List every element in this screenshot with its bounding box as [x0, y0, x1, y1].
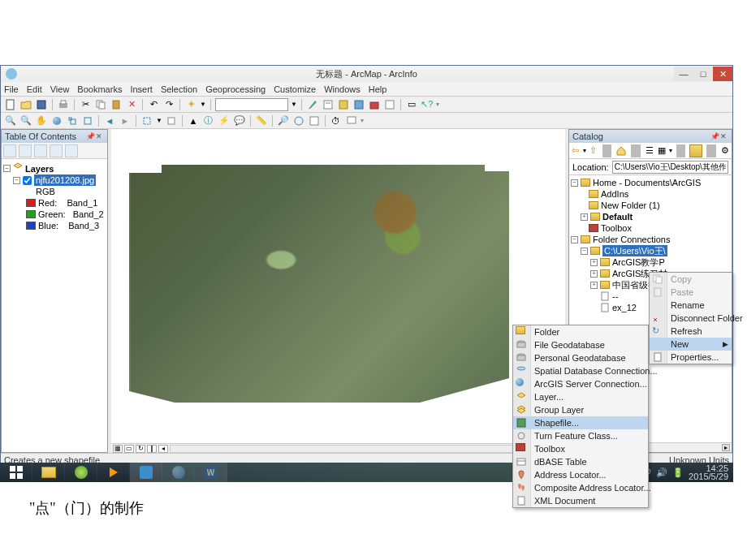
collapse-icon[interactable]: − — [571, 179, 578, 187]
tree-item[interactable]: ArcGIS教学P — [612, 256, 665, 268]
pause-draw-icon[interactable]: ‖ — [147, 445, 157, 453]
toc-icon[interactable] — [322, 98, 335, 111]
menu-windows[interactable]: Windows — [324, 84, 361, 94]
copy-icon[interactable] — [94, 98, 107, 111]
layers-node[interactable]: Layers — [25, 163, 54, 174]
expand-icon[interactable]: + — [590, 270, 598, 278]
menu-view[interactable]: View — [50, 84, 70, 94]
selected-folder-node[interactable]: C:\Users\Vio王\ — [602, 245, 667, 256]
back-icon[interactable]: ⇦ — [571, 144, 581, 157]
menu-item-xml[interactable]: XML Document — [513, 494, 648, 507]
menu-insert[interactable]: Insert — [130, 84, 153, 94]
time-slider-icon[interactable]: ⏱ — [330, 114, 343, 127]
menu-selection[interactable]: Selection — [161, 84, 197, 94]
add-data-icon[interactable]: ✦ — [184, 98, 197, 111]
fixed-zoomin-icon[interactable] — [66, 114, 79, 127]
back-extent-icon[interactable]: ◄ — [103, 114, 116, 127]
modelbuilder-icon[interactable]: ▭ — [405, 98, 418, 111]
menu-edit[interactable]: Edit — [27, 84, 42, 94]
forward-extent-icon[interactable]: ► — [119, 114, 132, 127]
menu-geoprocessing[interactable]: Geoprocessing — [205, 84, 266, 94]
tree-item[interactable]: -- — [612, 291, 618, 302]
list-by-source-icon[interactable] — [19, 144, 32, 157]
menu-item-new[interactable]: New▶ — [650, 338, 732, 351]
delete-icon[interactable]: ✕ — [125, 98, 138, 111]
menu-item-properties[interactable]: Properties... — [650, 351, 732, 364]
zoom-in-icon[interactable]: 🔍 — [4, 114, 17, 127]
taskbar-app-arcmap[interactable] — [130, 463, 162, 482]
goto-xy-icon[interactable] — [308, 114, 321, 127]
refresh-view-icon[interactable]: ↻ — [136, 445, 145, 453]
menu-help[interactable]: Help — [369, 84, 387, 94]
menu-item-sde[interactable]: Spatial Database Connection... — [513, 364, 648, 377]
tree-item[interactable]: Toolbox — [601, 222, 632, 234]
close-button[interactable]: ✕ — [713, 67, 732, 81]
expand-icon[interactable]: + — [581, 213, 588, 221]
list-by-visibility-icon[interactable] — [34, 144, 47, 157]
scale-combo[interactable] — [215, 98, 288, 111]
create-viewer-icon[interactable] — [345, 114, 358, 127]
connect-folder-icon[interactable] — [689, 144, 702, 157]
menu-item-layer[interactable]: Layer... — [513, 390, 648, 403]
paste-icon[interactable] — [110, 98, 123, 111]
fixed-zoomout-icon[interactable] — [81, 114, 94, 127]
menu-item-server[interactable]: ArcGIS Server Connection... — [513, 377, 648, 390]
menu-item-shapefile[interactable]: Shapefile... — [513, 416, 648, 429]
layout-view-icon[interactable]: ▭ — [124, 445, 134, 453]
taskbar-app-explorer[interactable] — [32, 463, 65, 482]
layer-node[interactable]: njfu201208.jpg — [34, 174, 96, 186]
find-icon[interactable]: 🔎 — [277, 114, 290, 127]
taskbar-app[interactable] — [65, 463, 97, 482]
cut-icon[interactable]: ✂ — [79, 98, 92, 111]
list-by-selection-icon[interactable] — [50, 144, 63, 157]
clear-selection-icon[interactable] — [165, 114, 178, 127]
search-window-icon[interactable] — [352, 98, 365, 111]
identify-icon[interactable]: ⓘ — [202, 114, 215, 127]
menu-item-locator[interactable]: Address Locator... — [513, 468, 648, 481]
redo-icon[interactable]: ↷ — [162, 98, 175, 111]
python-icon[interactable] — [383, 98, 396, 111]
full-extent-icon[interactable] — [50, 114, 63, 127]
horizontal-scrollbar[interactable] — [170, 445, 563, 453]
map-view[interactable] — [111, 129, 565, 443]
menu-item-refresh[interactable]: ↻Refresh — [650, 325, 732, 338]
taskbar-clock[interactable]: 14:252015/5/29 — [689, 464, 728, 480]
pin-icon[interactable]: 📌 — [710, 132, 719, 140]
tray-icon[interactable]: 🔊 — [656, 467, 667, 478]
home-node[interactable]: Home - Documents\ArcGIS — [593, 177, 701, 188]
up-icon[interactable]: ⇧ — [589, 144, 598, 157]
pin-icon[interactable]: 📌 — [86, 132, 94, 140]
collapse-icon[interactable]: − — [581, 248, 588, 255]
list-view-icon[interactable]: ▦ — [657, 144, 667, 157]
menu-item-personalgdb[interactable]: Personal Geodatabase — [513, 351, 648, 364]
html-popup-icon[interactable]: 💬 — [233, 114, 246, 127]
menu-item-disconnect[interactable]: Disconnect Folder — [650, 312, 732, 325]
tree-item[interactable]: ex_12 — [612, 302, 637, 313]
layer-visibility-checkbox[interactable] — [23, 176, 32, 185]
expand-icon[interactable]: + — [590, 259, 598, 266]
undo-icon[interactable]: ↶ — [147, 98, 160, 111]
data-view-icon[interactable]: ▦ — [113, 445, 123, 453]
folder-connections-node[interactable]: Folder Connections — [593, 234, 670, 245]
tray-icon[interactable]: 🔋 — [672, 467, 684, 478]
menu-item-toolbox[interactable]: Toolbox — [513, 442, 648, 455]
tree-item[interactable]: AddIns — [601, 188, 628, 200]
menu-item-composite-locator[interactable]: Composite Address Locator... — [513, 481, 648, 494]
pan-icon[interactable]: ✋ — [35, 114, 48, 127]
whatsthis-icon[interactable]: ↖? — [421, 98, 434, 111]
print-icon[interactable] — [57, 98, 70, 111]
new-doc-icon[interactable] — [4, 98, 17, 111]
taskbar-app[interactable] — [97, 463, 130, 482]
menu-item-folder[interactable]: Folder — [513, 325, 648, 338]
maximize-button[interactable]: □ — [693, 67, 713, 81]
catalog-window-icon[interactable] — [337, 98, 350, 111]
menu-item-turnfc[interactable]: Turn Feature Class... — [513, 429, 648, 442]
location-input[interactable] — [612, 161, 728, 174]
minimize-button[interactable]: — — [674, 67, 693, 81]
catalog-close-icon[interactable]: ✕ — [720, 132, 728, 140]
select-features-icon[interactable] — [140, 114, 153, 127]
editor-toolbar-icon[interactable] — [306, 98, 319, 111]
collapse-icon[interactable]: − — [13, 177, 20, 184]
hyperlink-icon[interactable]: ⚡ — [218, 114, 231, 127]
menu-bookmarks[interactable]: Bookmarks — [77, 84, 122, 94]
